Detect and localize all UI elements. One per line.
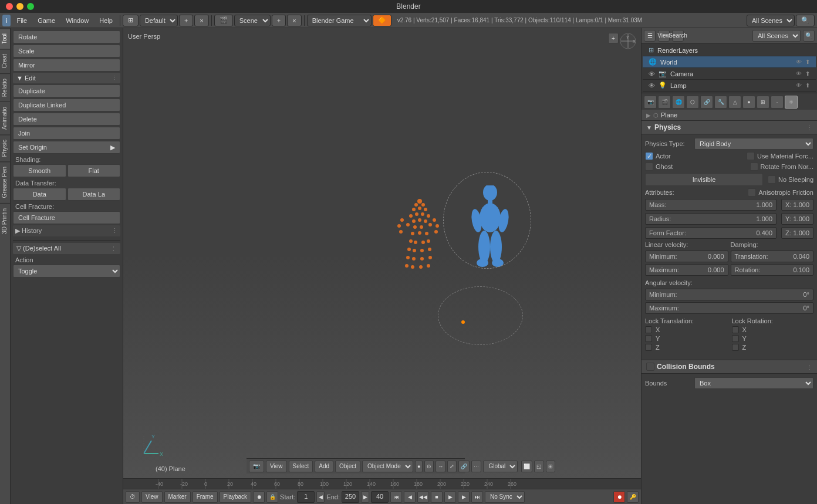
prop-texture-icon[interactable]: ⊞ xyxy=(757,96,769,109)
invisible-button[interactable]: Invisible xyxy=(645,173,763,186)
tl-record-btn[interactable]: ⏺ xyxy=(253,491,265,503)
join-button[interactable]: Join xyxy=(13,127,120,140)
history-header[interactable]: ▶ History ⋮ xyxy=(13,225,120,236)
bounds-type-select[interactable]: Box xyxy=(694,377,813,389)
edit-section-header[interactable]: ▼ Edit ⋮ xyxy=(13,73,120,83)
lock-trans-y-check[interactable] xyxy=(645,335,652,342)
scene-selector[interactable]: Scene xyxy=(234,15,271,26)
camera-eye-toggle[interactable]: 👁 xyxy=(649,70,655,77)
vtab-grease[interactable]: Grease Pen xyxy=(0,161,10,202)
menu-window[interactable]: Window xyxy=(61,15,93,26)
duplicate-button[interactable]: Duplicate xyxy=(13,84,120,97)
end-value[interactable]: 250 xyxy=(342,491,359,503)
object-menu[interactable]: Object xyxy=(335,461,360,472)
set-origin-button[interactable]: Set Origin ▶ xyxy=(13,141,120,154)
lamp-eye-toggle[interactable]: 👁 xyxy=(649,82,655,89)
vtab-physics[interactable]: Physic xyxy=(0,134,10,161)
vp-right-btn1[interactable]: ⬜ xyxy=(521,461,532,472)
scene-add[interactable]: + xyxy=(272,15,286,26)
rp-icon-1[interactable]: ☰ xyxy=(644,30,656,42)
tl-playback[interactable]: Playback xyxy=(220,491,252,503)
physics-header[interactable]: ▼ Physics ⋮ xyxy=(642,121,817,134)
prop-material-icon[interactable]: ● xyxy=(742,96,755,109)
step-back-btn[interactable]: ◀ xyxy=(404,491,416,503)
info-button[interactable]: i xyxy=(2,15,11,26)
viewport-transform-btn[interactable]: ⤢ xyxy=(447,461,457,472)
lock-trans-x-check[interactable] xyxy=(645,326,652,333)
action-select[interactable]: Toggle xyxy=(13,265,120,278)
layout-add[interactable]: + xyxy=(179,15,193,26)
actor-checkbox[interactable]: ✓ xyxy=(645,152,653,160)
layout-selector[interactable]: Default xyxy=(140,15,178,26)
rotation-field[interactable]: Rotation: 0.100 xyxy=(731,264,814,276)
viewport-more-btn[interactable]: ⋯ xyxy=(471,461,481,472)
vp-right-btn2[interactable]: ◱ xyxy=(534,461,544,472)
stop-btn[interactable]: ■ xyxy=(431,491,443,503)
viewport-wire-btn[interactable]: ⊙ xyxy=(424,461,434,472)
layout-remove[interactable]: × xyxy=(194,15,208,26)
form-factor-field[interactable]: Form Factor: 0.400 xyxy=(645,227,777,239)
maximize-button[interactable] xyxy=(27,3,34,10)
tl-icon[interactable]: ⏱ xyxy=(126,491,140,503)
tl-frame[interactable]: Frame xyxy=(193,491,218,503)
deselect-header[interactable]: ▽ (De)select All ⋮ xyxy=(13,243,120,254)
vtab-3dprint[interactable]: 3D Printin xyxy=(0,203,10,239)
tl-lock-btn[interactable]: 🔒 xyxy=(266,491,278,503)
prop-object-icon[interactable]: ⬡ xyxy=(686,96,699,109)
menu-game[interactable]: Game xyxy=(33,15,60,26)
record-btn[interactable]: ⏺ xyxy=(613,491,625,503)
smooth-button[interactable]: Smooth xyxy=(13,164,66,177)
ang-min-field[interactable]: Minimum: 0° xyxy=(645,289,813,300)
tree-item-camera[interactable]: 👁 📷 Camera 👁 ⬆ xyxy=(643,68,816,80)
prop-constraints-icon[interactable]: 🔗 xyxy=(700,96,713,109)
scene-icon[interactable]: 🎬 xyxy=(214,15,233,26)
add-menu[interactable]: Add xyxy=(315,461,333,472)
anisotropic-checkbox[interactable] xyxy=(748,188,756,197)
viewport-dot-btn[interactable]: ● xyxy=(415,461,423,472)
skip-first-btn[interactable]: ⏮ xyxy=(390,491,402,503)
lock-rot-y-check[interactable] xyxy=(732,335,739,342)
flat-button[interactable]: Flat xyxy=(67,164,121,177)
data-la-button[interactable]: Data La xyxy=(67,188,121,201)
collision-bounds-checkbox[interactable] xyxy=(646,363,654,371)
tree-item-world[interactable]: 🌐 World 👁 ⬆ xyxy=(643,56,816,68)
menu-file[interactable]: File xyxy=(12,15,32,26)
vp-right-btn3[interactable]: ⊞ xyxy=(546,461,555,472)
view-menu[interactable]: View xyxy=(266,461,287,472)
tl-view[interactable]: View xyxy=(141,491,163,503)
sync-select[interactable]: No Sync xyxy=(485,491,525,503)
start-prev[interactable]: ◀ xyxy=(316,491,325,503)
rotate-nor-checkbox[interactable] xyxy=(750,163,758,171)
vp-icon-btn[interactable]: 📷 xyxy=(249,461,264,472)
frame-value[interactable]: 40 xyxy=(371,491,389,503)
duplicate-linked-button[interactable]: Duplicate Linked xyxy=(13,99,120,111)
tl-marker[interactable]: Marker xyxy=(164,491,191,503)
play-btn[interactable]: ▶ xyxy=(444,491,456,503)
no-sleeping-checkbox[interactable] xyxy=(768,175,776,184)
search-btn[interactable]: 🔍 xyxy=(796,15,815,26)
minimize-button[interactable] xyxy=(16,3,23,10)
use-material-checkbox[interactable] xyxy=(747,152,755,160)
prop-modifiers-icon[interactable]: 🔧 xyxy=(714,96,727,109)
cell-fracture-button[interactable]: Cell Fracture xyxy=(13,211,120,224)
skip-last-btn[interactable]: ⏭ xyxy=(471,491,483,503)
start-value[interactable]: 1 xyxy=(297,491,315,503)
close-button[interactable] xyxy=(6,3,13,10)
ang-max-field[interactable]: Maximum: 0° xyxy=(645,302,813,314)
global-select[interactable]: Global xyxy=(483,461,518,472)
search-btn[interactable]: Search xyxy=(672,30,684,42)
viewport-plus-btn[interactable]: + xyxy=(608,33,619,43)
vtab-create[interactable]: Creat xyxy=(0,49,10,73)
scenes-dropdown[interactable]: All Scenes xyxy=(747,15,795,26)
prop-world-icon[interactable]: 🌐 xyxy=(672,96,685,109)
prop-data-icon[interactable]: △ xyxy=(728,96,741,109)
tree-item-renderlayers[interactable]: ⊞ RenderLayers xyxy=(643,45,816,56)
prop-scene-icon[interactable]: 🎬 xyxy=(658,96,671,109)
scene-remove[interactable]: × xyxy=(287,15,301,26)
lock-rot-x-check[interactable] xyxy=(732,326,739,333)
prop-render-icon[interactable]: 📷 xyxy=(644,96,657,109)
rp-search-icon[interactable]: 🔍 xyxy=(803,30,815,42)
select-menu[interactable]: Select xyxy=(289,461,313,472)
viewport-snap-btn[interactable]: 🔗 xyxy=(458,461,470,472)
prop-physics-icon[interactable]: ⚛ xyxy=(785,96,798,109)
